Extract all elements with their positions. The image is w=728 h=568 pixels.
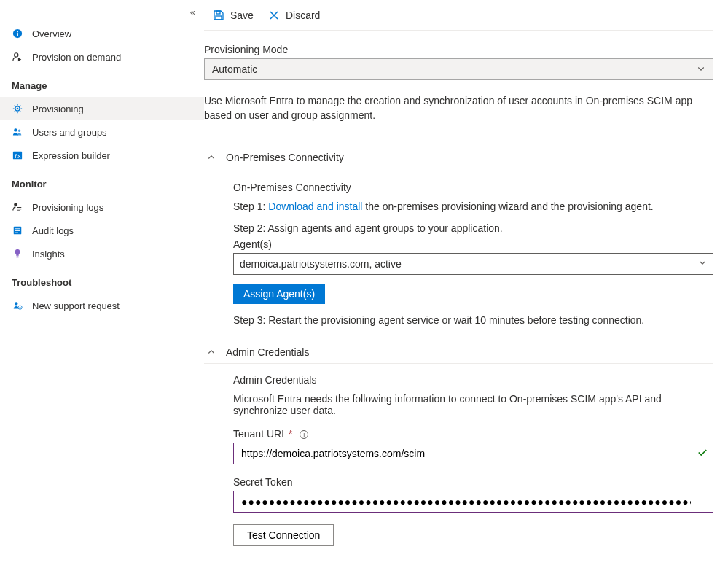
svg-rect-22 bbox=[216, 11, 220, 14]
sidebar-item-label: Provisioning bbox=[32, 104, 84, 114]
chevron-up-icon bbox=[204, 348, 219, 357]
provisioning-mode-description: Use Microsoft Entra to manage the creati… bbox=[204, 93, 713, 123]
svg-point-5 bbox=[17, 108, 19, 110]
svg-rect-13 bbox=[17, 210, 20, 211]
svg-point-6 bbox=[14, 128, 17, 131]
svg-rect-23 bbox=[216, 16, 222, 20]
sidebar-section-monitor: Monitor bbox=[0, 167, 204, 195]
tenant-url-input[interactable] bbox=[233, 443, 713, 464]
sidebar-section-manage: Manage bbox=[0, 69, 204, 97]
svg-rect-18 bbox=[16, 257, 19, 258]
onprem-step1: Step 1: Download and install the on-prem… bbox=[233, 201, 713, 212]
svg-rect-16 bbox=[15, 230, 20, 231]
close-icon bbox=[268, 9, 280, 21]
sidebar-item-label: Insights bbox=[32, 249, 65, 260]
svg-rect-12 bbox=[17, 209, 21, 209]
tenant-url-label-text: Tenant URL bbox=[233, 428, 287, 440]
creds-panel: Admin Credentials Microsoft Entra needs … bbox=[204, 364, 713, 546]
info-icon[interactable]: i bbox=[300, 430, 308, 439]
braces-icon: fx bbox=[12, 149, 23, 161]
collapse-sidebar-icon[interactable]: « bbox=[190, 7, 195, 17]
support-icon: ? bbox=[12, 300, 23, 311]
agents-select[interactable]: demoica.patriotsystems.com, active bbox=[233, 253, 713, 275]
sidebar-item-expression-builder[interactable]: fx Expression builder bbox=[0, 144, 204, 167]
gear-icon bbox=[12, 103, 23, 114]
chevron-down-icon bbox=[697, 63, 705, 75]
sidebar-item-label: Audit logs bbox=[32, 225, 74, 236]
assign-agents-button[interactable]: Assign Agent(s) bbox=[233, 284, 325, 304]
chevron-down-icon bbox=[698, 258, 707, 269]
svg-rect-15 bbox=[15, 228, 20, 229]
provisioning-mode-value: Automatic bbox=[212, 63, 257, 75]
provisioning-mode-label: Provisioning Mode bbox=[204, 44, 713, 55]
sidebar-item-audit-logs[interactable]: Audit logs bbox=[0, 219, 204, 242]
sidebar-section-troubleshoot: Troubleshoot bbox=[0, 265, 204, 294]
onprem-step3: Step 3: Restart the provisioning agent s… bbox=[233, 314, 713, 326]
onprem-heading: On-Premises Connectivity bbox=[233, 182, 713, 193]
discard-button-label: Discard bbox=[286, 9, 320, 21]
sidebar-item-insights[interactable]: Insights bbox=[0, 242, 204, 265]
svg-point-10 bbox=[14, 203, 17, 206]
sidebar-item-overview[interactable]: Overview bbox=[0, 22, 204, 45]
person-log-icon bbox=[12, 201, 23, 213]
lightbulb-icon bbox=[12, 248, 23, 260]
toolbar: Save Discard bbox=[204, 0, 713, 31]
chevron-up-icon bbox=[204, 153, 219, 162]
sidebar-item-provisioning[interactable]: Provisioning bbox=[0, 97, 204, 120]
download-install-link[interactable]: Download and install bbox=[268, 201, 362, 212]
agents-value: demoica.patriotsystems.com, active bbox=[240, 258, 402, 270]
step1-suffix: the on-premises provisioning wizard and … bbox=[362, 201, 653, 212]
svg-rect-2 bbox=[17, 31, 18, 33]
person-play-icon bbox=[12, 51, 23, 63]
required-asterisk: * bbox=[289, 428, 292, 440]
svg-rect-1 bbox=[17, 33, 18, 36]
onprem-step2: Step 2: Assign agents and agent groups t… bbox=[233, 222, 713, 234]
save-button[interactable]: Save bbox=[206, 5, 261, 26]
users-icon bbox=[12, 126, 23, 138]
panel-separator bbox=[204, 561, 713, 561]
onprem-connectivity-expander[interactable]: On-Premises Connectivity bbox=[204, 145, 713, 171]
main-panel: Save Discard Provisioning Mode Automatic… bbox=[204, 0, 728, 568]
tenant-url-label: Tenant URL* i bbox=[233, 428, 713, 440]
sidebar-item-label: Users and groups bbox=[32, 127, 107, 138]
svg-point-19 bbox=[15, 302, 17, 305]
sidebar-item-label: Expression builder bbox=[32, 150, 110, 161]
save-button-label: Save bbox=[230, 9, 254, 21]
onprem-panel: On-Premises Connectivity Step 1: Downloa… bbox=[204, 171, 713, 330]
sidebar-item-provision-on-demand[interactable]: Provision on demand bbox=[0, 45, 204, 69]
svg-rect-17 bbox=[15, 233, 18, 233]
check-icon bbox=[697, 447, 708, 459]
sidebar: « Overview Provision on demand Manage Pr… bbox=[0, 0, 204, 568]
sidebar-item-label: New support request bbox=[32, 300, 120, 311]
step1-prefix: Step 1: bbox=[233, 201, 268, 212]
info-icon bbox=[12, 28, 23, 39]
admin-credentials-expander[interactable]: Admin Credentials bbox=[204, 338, 713, 364]
sidebar-item-label: Provisioning logs bbox=[32, 202, 103, 213]
sidebar-item-provisioning-logs[interactable]: Provisioning logs bbox=[0, 195, 204, 219]
svg-text:fx: fx bbox=[14, 153, 21, 160]
svg-rect-11 bbox=[17, 207, 21, 208]
sidebar-item-users-groups[interactable]: Users and groups bbox=[0, 120, 204, 144]
provisioning-mode-select[interactable]: Automatic bbox=[204, 58, 713, 80]
log-icon bbox=[12, 225, 23, 236]
test-connection-button[interactable]: Test Connection bbox=[233, 524, 334, 546]
onprem-expander-title: On-Premises Connectivity bbox=[226, 152, 344, 163]
sidebar-item-new-support-request[interactable]: ? New support request bbox=[0, 294, 204, 317]
discard-button[interactable]: Discard bbox=[261, 5, 327, 26]
creds-description: Microsoft Entra needs the following info… bbox=[233, 393, 713, 416]
secret-token-label: Secret Token bbox=[233, 476, 713, 488]
sidebar-item-label: Overview bbox=[32, 28, 71, 39]
sidebar-item-label: Provision on demand bbox=[32, 52, 121, 63]
creds-heading: Admin Credentials bbox=[233, 374, 713, 386]
svg-point-7 bbox=[18, 130, 21, 133]
save-icon bbox=[213, 9, 224, 21]
agents-label: Agent(s) bbox=[233, 238, 713, 250]
svg-point-3 bbox=[15, 53, 18, 57]
creds-expander-title: Admin Credentials bbox=[226, 346, 309, 358]
secret-token-input[interactable] bbox=[233, 491, 713, 513]
